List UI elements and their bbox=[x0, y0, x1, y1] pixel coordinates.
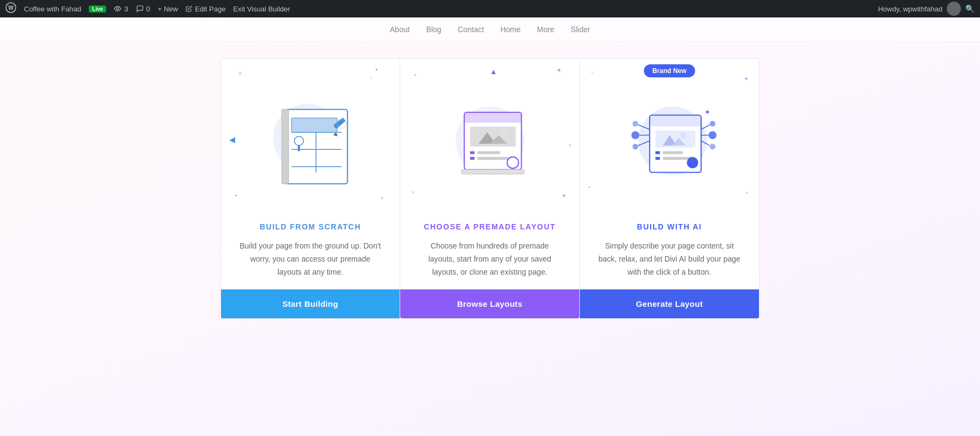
nav-more[interactable]: More bbox=[537, 25, 554, 34]
svg-point-48 bbox=[708, 131, 716, 140]
svg-rect-14 bbox=[298, 146, 300, 152]
card-premade: ● ◀ ✕ ◆ ● ▲ bbox=[400, 58, 580, 319]
deco-triangle: ▲ bbox=[490, 67, 498, 76]
deco-plus1: + bbox=[370, 75, 372, 81]
deco-a4: ● bbox=[745, 190, 748, 195]
ai-svg: ✦ bbox=[612, 78, 727, 192]
premade-title: CHOOSE A PREMADE LAYOUT bbox=[416, 222, 563, 231]
deco-dot2: ● bbox=[235, 193, 237, 198]
cards-container: ✕ ● ● ● ◀ + bbox=[220, 58, 759, 319]
svg-point-52 bbox=[709, 144, 715, 150]
scratch-title: BUILD FROM SCRATCH bbox=[237, 222, 383, 231]
deco-cross: ✕ bbox=[237, 70, 243, 77]
premade-svg bbox=[433, 78, 547, 192]
scratch-body: BUILD FROM SCRATCH Build your page from … bbox=[221, 211, 400, 289]
deco-p5: ● bbox=[568, 143, 571, 148]
deco-p3: ✕ bbox=[411, 190, 415, 195]
svg-rect-24 bbox=[470, 151, 474, 154]
search-icon[interactable]: 🔍 bbox=[965, 4, 975, 13]
howdy-text: Howdy, wpwithfahad bbox=[878, 5, 942, 13]
ai-body: BUILD WITH AI Simply describe your page … bbox=[580, 211, 759, 289]
deco-a2: + bbox=[745, 75, 748, 82]
browse-layouts-button[interactable]: Browse Layouts bbox=[400, 289, 579, 318]
nav-about[interactable]: About bbox=[390, 25, 410, 34]
svg-point-41 bbox=[687, 157, 698, 168]
comment-count[interactable]: 0 bbox=[136, 5, 150, 13]
deco-p4: ◆ bbox=[562, 193, 566, 198]
page-content: About Blog Contact Home More Slider ✕ ● … bbox=[0, 17, 980, 436]
ai-illustration: + + ● ● bbox=[580, 59, 759, 211]
deco-dot1: ● bbox=[375, 67, 378, 72]
avatar bbox=[947, 2, 961, 16]
deco-a1: + bbox=[591, 70, 593, 75]
scratch-illustration: ✕ ● ● ● ◀ + bbox=[221, 59, 400, 211]
live-badge: Live bbox=[89, 5, 106, 13]
premade-description: Choose from hundreds of premade layouts,… bbox=[416, 240, 563, 278]
svg-point-23 bbox=[500, 128, 508, 136]
svg-rect-38 bbox=[663, 151, 683, 154]
deco-p2: ◀ bbox=[556, 67, 560, 72]
site-name[interactable]: Coffee with Fahad bbox=[24, 5, 81, 13]
nav-slider[interactable]: Slider bbox=[571, 25, 590, 34]
svg-point-36 bbox=[679, 132, 687, 139]
edit-page-button[interactable]: Edit Page bbox=[186, 5, 225, 13]
svg-rect-25 bbox=[477, 151, 500, 154]
premade-illustration: ● ◀ ✕ ◆ ● ▲ bbox=[400, 59, 579, 211]
nav-contact[interactable]: Contact bbox=[458, 25, 484, 34]
svg-point-50 bbox=[709, 121, 715, 127]
svg-point-44 bbox=[632, 144, 638, 150]
ai-title: BUILD WITH AI bbox=[596, 222, 743, 231]
nav-bar: About Blog Contact Home More Slider bbox=[0, 17, 980, 42]
admin-bar: W Coffee with Fahad Live 3 0 + New Edit … bbox=[0, 0, 980, 17]
svg-rect-40 bbox=[663, 157, 691, 160]
svg-rect-10 bbox=[291, 118, 337, 132]
card-scratch: ✕ ● ● ● ◀ + bbox=[220, 58, 400, 319]
svg-point-2 bbox=[117, 8, 119, 10]
deco-arrow: ◀ bbox=[229, 135, 235, 144]
new-button[interactable]: + New bbox=[158, 5, 178, 13]
nav-home[interactable]: Home bbox=[500, 25, 520, 34]
svg-point-46 bbox=[632, 121, 638, 127]
wp-logo-icon[interactable]: W bbox=[5, 2, 16, 15]
start-building-button[interactable]: Start Building bbox=[221, 289, 400, 318]
generate-layout-button[interactable]: Generate Layout bbox=[580, 289, 759, 318]
card-ai: Brand New + + ● ● bbox=[580, 58, 759, 319]
premade-body: CHOOSE A PREMADE LAYOUT Choose from hund… bbox=[400, 211, 579, 289]
deco-p1: ● bbox=[414, 72, 416, 77]
nav-blog[interactable]: Blog bbox=[426, 25, 442, 34]
svg-point-42 bbox=[631, 131, 639, 140]
svg-rect-32 bbox=[650, 115, 701, 126]
svg-rect-19 bbox=[464, 112, 521, 123]
svg-text:✦: ✦ bbox=[704, 108, 711, 117]
exit-builder-button[interactable]: Exit Visual Builder bbox=[233, 5, 290, 13]
svg-rect-5 bbox=[282, 110, 289, 184]
svg-text:W: W bbox=[8, 5, 14, 11]
view-count[interactable]: 3 bbox=[114, 5, 128, 13]
svg-rect-27 bbox=[477, 157, 509, 160]
svg-rect-39 bbox=[655, 157, 659, 160]
svg-rect-26 bbox=[470, 157, 474, 160]
deco-dot3: ● bbox=[381, 196, 383, 201]
scratch-svg bbox=[253, 78, 367, 192]
svg-rect-29 bbox=[461, 169, 524, 174]
deco-a3: ● bbox=[588, 185, 591, 190]
scratch-description: Build your page from the ground up. Don'… bbox=[237, 240, 383, 278]
svg-rect-37 bbox=[655, 151, 659, 154]
brand-new-badge: Brand New bbox=[644, 64, 695, 77]
ai-description: Simply describe your page content, sit b… bbox=[596, 240, 743, 278]
